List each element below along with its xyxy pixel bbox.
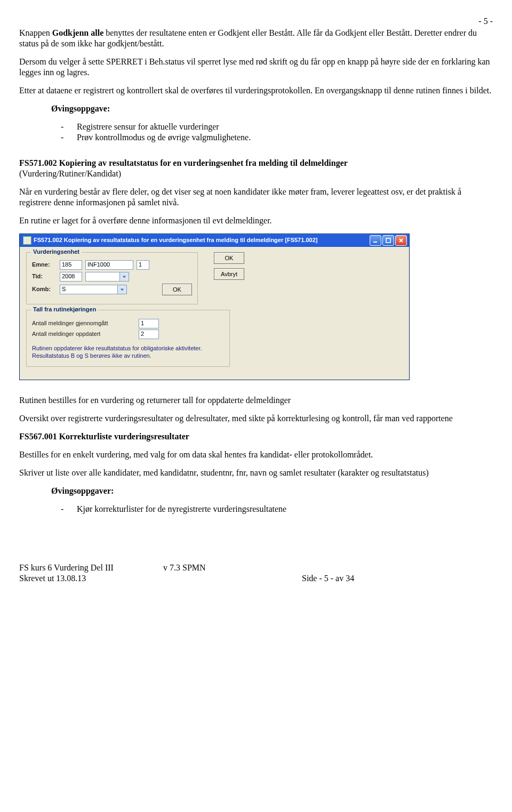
- svg-rect-0: [373, 242, 377, 243]
- groupbox-tall-legend: Tall fra rutinekjøringen: [31, 306, 98, 313]
- paragraph-4: Når en vurdering består av flere deler, …: [19, 187, 493, 208]
- page-footer: FS kurs 6 Vurdering Del III Skrevet ut 1…: [19, 562, 493, 584]
- groupbox-vurderingsenhet: Vurderingsenhet Emne: 185 INF1000 1 Tid:…: [26, 252, 198, 304]
- input-emne-1[interactable]: 185: [60, 260, 82, 270]
- paragraph-7: Oversikt over registrerte vurderingsresu…: [19, 413, 493, 424]
- label-emne: Emne:: [32, 261, 57, 269]
- ok-button-inner[interactable]: OK: [162, 284, 192, 295]
- ovingsoppgave-1-heading: Øvingsoppgave:: [51, 103, 493, 114]
- chevron-down-icon[interactable]: [117, 285, 127, 294]
- label-tid: Tid:: [32, 273, 57, 280]
- groupbox-tall: Tall fra rutinekjøringen Antall meldinge…: [26, 310, 230, 367]
- paragraph-2: Dersom du velger å sette SPERRET i Beh.s…: [19, 57, 493, 78]
- dialog-fs571: FS571.002 Kopiering av resultatstatus fo…: [19, 234, 410, 380]
- ov1-item-1: Registrere sensur for aktuelle vurdering…: [61, 122, 493, 132]
- value-antall-oppdatert: 2: [139, 329, 159, 339]
- input-emne-3[interactable]: 1: [137, 260, 149, 270]
- section-heading-fs571-sub: (Vurdering/Rutiner/Kandidat): [19, 169, 121, 178]
- groupbox-vurderingsenhet-legend: Vurderingsenhet: [31, 248, 82, 256]
- paragraph-1: Knappen Godkjenn alle benyttes der resul…: [19, 28, 493, 49]
- combo-tid[interactable]: [85, 272, 129, 282]
- title-icon: [23, 236, 31, 245]
- paragraph-9: Skriver ut liste over alle kandidater, m…: [19, 468, 493, 478]
- footer-version: v 7.3 SPMN: [163, 562, 302, 573]
- label-antall-gjennomgatt: Antall meldinger gjennomgått: [32, 320, 139, 327]
- rutine-note: Rutinen oppdaterer ikke resultatstatus f…: [32, 344, 224, 360]
- section-heading-fs571: FS571.002 Kopiering av resultatstatus fo…: [19, 158, 348, 167]
- chevron-down-icon[interactable]: [119, 272, 129, 282]
- paragraph-8: Bestilles for en enkelt vurdering, med v…: [19, 449, 493, 460]
- avbryt-button[interactable]: Avbryt: [214, 268, 244, 280]
- ov1-item-2: Prøv kontrollmodus og de øvrige valgmuli…: [61, 132, 493, 143]
- paragraph-5: En rutine er laget for å overføre denne …: [19, 215, 493, 226]
- footer-course: FS kurs 6 Vurdering Del III: [19, 562, 163, 573]
- svg-marker-4: [123, 276, 126, 278]
- ovingsoppgaver-2-list: Kjør korrekturlister for de nyregistrert…: [19, 504, 493, 514]
- ov2-item-1: Kjør korrekturlister for de nyregistrert…: [61, 504, 493, 514]
- titlebar[interactable]: FS571.002 Kopiering av resultatstatus fo…: [20, 234, 409, 247]
- page-number-top: - 5 -: [19, 16, 493, 27]
- input-tid[interactable]: 2008: [60, 272, 82, 282]
- label-komb: Komb:: [32, 286, 57, 293]
- paragraph-3: Etter at dataene er registrert og kontro…: [19, 85, 493, 96]
- svg-marker-5: [121, 288, 124, 291]
- maximize-button[interactable]: [382, 235, 394, 246]
- label-antall-oppdatert: Antall meldinger oppdatert: [32, 331, 139, 338]
- window-title: FS571.002 Kopiering av resultatstatus fo…: [34, 237, 317, 244]
- ok-button[interactable]: OK: [214, 252, 244, 264]
- footer-date: Skrevet ut 13.08.13: [19, 573, 163, 584]
- svg-rect-1: [386, 238, 390, 243]
- footer-page: Side - 5 - av 34: [302, 573, 493, 584]
- ovingsoppgaver-2-heading: Øvingsoppgaver:: [51, 486, 493, 496]
- input-emne-2[interactable]: INF1000: [85, 260, 133, 270]
- paragraph-6: Rutinen bestilles for en vurdering og re…: [19, 395, 493, 406]
- combo-komb[interactable]: S: [60, 285, 127, 294]
- ovingsoppgave-1-list: Registrere sensur for aktuelle vurdering…: [19, 122, 493, 143]
- minimize-button[interactable]: [370, 235, 381, 246]
- para1-a: Knappen: [19, 28, 52, 37]
- close-button[interactable]: [395, 235, 407, 246]
- value-antall-gjennomgatt: 1: [139, 319, 159, 328]
- para1-godkjenn-alle: Godkjenn alle: [52, 28, 103, 37]
- section-heading-fs567: FS567.001 Korrekturliste vurderingsresul…: [19, 431, 493, 442]
